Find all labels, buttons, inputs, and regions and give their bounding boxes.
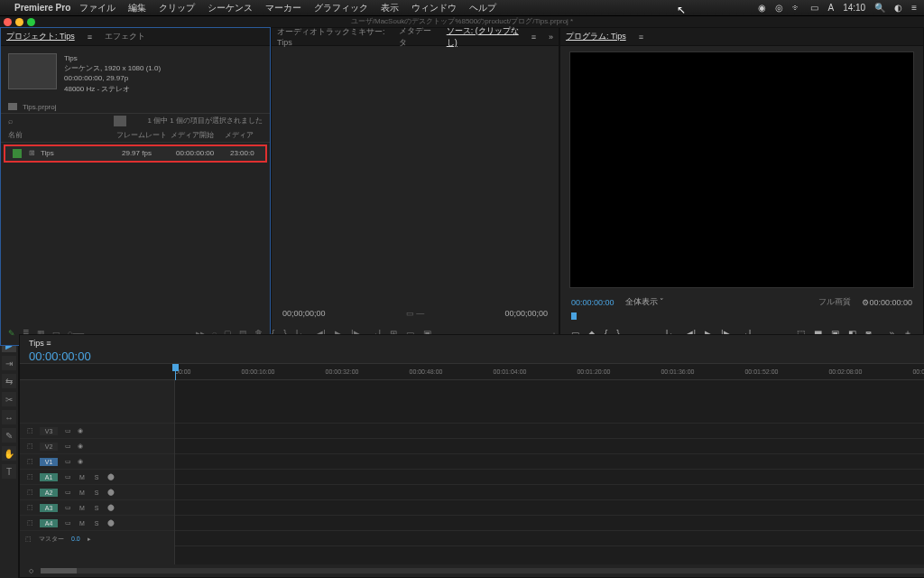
track-v3[interactable]: ⬚V3▭◉ xyxy=(20,424,174,439)
minimize-window[interactable] xyxy=(15,18,23,26)
eye-icon[interactable]: ▭ xyxy=(63,443,72,450)
track-a3[interactable]: ⬚A3▭MS⬤ xyxy=(20,500,174,516)
zoom-handle[interactable] xyxy=(41,568,77,573)
record-icon[interactable]: ⬤ xyxy=(106,489,116,496)
menu-clip[interactable]: クリップ xyxy=(159,2,195,14)
bin-item-tips[interactable]: ⊞ Tips 29.97 fps 00:00:00:00 23:00:0 xyxy=(4,144,267,163)
zoom-window[interactable] xyxy=(27,18,35,26)
list-view-icon[interactable] xyxy=(114,116,126,126)
lock-icon[interactable]: ⬚ xyxy=(25,473,34,480)
pen-tool[interactable]: ✎ xyxy=(2,428,16,443)
status-cloud-icon: ◎ xyxy=(775,3,783,13)
col-name[interactable]: 名前 xyxy=(8,130,116,140)
menu-view[interactable]: 表示 xyxy=(381,2,399,14)
overflow-icon[interactable]: » xyxy=(549,33,553,42)
chevron-right-icon[interactable]: ▸ xyxy=(88,536,91,543)
sequence-thumbnail xyxy=(8,53,57,89)
status-menu-icon[interactable]: ≡ xyxy=(911,3,917,13)
tools-panel: ▶ ⇥ ⇆ ✂ ↔ ✎ ✋ T xyxy=(0,334,19,578)
eye-icon[interactable]: ◉ xyxy=(78,458,83,465)
razor-tool[interactable]: ✂ xyxy=(2,392,16,406)
lock-icon[interactable]: ⬚ xyxy=(25,458,34,465)
search-input[interactable] xyxy=(18,117,108,125)
tab-project[interactable]: プロジェクト: Tips xyxy=(6,31,75,42)
eye-icon[interactable]: ▭ xyxy=(63,458,72,465)
app-name[interactable]: Premiere Pro xyxy=(14,3,70,13)
project-filename: Tips.prproj xyxy=(23,103,57,111)
timeline-ruler[interactable]: 00:00 00:00:16:00 00:00:32:00 00:00:48:0… xyxy=(20,364,924,380)
record-icon[interactable]: ⬤ xyxy=(106,504,116,511)
ripple-tool[interactable]: ⇆ xyxy=(2,374,16,388)
zoom-out-icon[interactable]: ○ xyxy=(29,566,33,575)
program-monitor[interactable] xyxy=(569,51,914,288)
menu-sequence[interactable]: シーケンス xyxy=(208,2,253,14)
status-search-icon[interactable]: 🔍 xyxy=(874,3,885,13)
track-select-tool[interactable]: ⇥ xyxy=(2,356,16,370)
eye-icon[interactable]: ◉ xyxy=(78,443,83,450)
program-scrubber[interactable] xyxy=(571,312,912,320)
panel-menu-icon[interactable]: ≡ xyxy=(639,33,643,42)
menu-graphics[interactable]: グラフィック xyxy=(314,2,368,14)
track-v1[interactable]: ⬚V1▭◉ xyxy=(20,454,174,470)
status-rec-icon: ◉ xyxy=(758,3,766,13)
lock-icon[interactable]: ⬚ xyxy=(25,427,34,434)
program-tc-duration[interactable]: 00:00:00:00 xyxy=(869,298,912,307)
col-media-start[interactable]: メディア開始 xyxy=(171,130,225,140)
record-icon[interactable]: ⬤ xyxy=(106,473,116,480)
track-a1[interactable]: ⬚A1▭MS⬤ xyxy=(20,470,174,485)
lock-icon[interactable]: ⬚ xyxy=(25,504,34,511)
record-icon[interactable]: ⬤ xyxy=(106,519,116,527)
eye-icon[interactable]: ▭ xyxy=(63,427,72,434)
close-window[interactable] xyxy=(4,18,12,26)
zoom-icon[interactable]: — xyxy=(416,309,424,318)
menu-marker[interactable]: マーカー xyxy=(265,2,301,14)
timeline-tab[interactable]: Tips xyxy=(29,339,44,348)
panel-menu-icon[interactable]: ≡ xyxy=(88,33,92,42)
playhead-icon[interactable] xyxy=(571,312,577,320)
type-tool[interactable]: T xyxy=(2,464,16,479)
quality-dropdown[interactable]: フル画質 xyxy=(818,296,851,308)
track-a2[interactable]: ⬚A2▭MS⬤ xyxy=(20,485,174,500)
settings-icon[interactable]: ⚙ xyxy=(862,298,869,307)
track-v2[interactable]: ⬚V2▭◉ xyxy=(20,439,174,454)
eye-icon[interactable]: ◉ xyxy=(78,427,83,434)
tab-source[interactable]: ソース: (クリップなし) xyxy=(447,25,519,49)
track-a4[interactable]: ⬚A4▭MS⬤ xyxy=(20,516,174,531)
lock-icon[interactable]: ⬚ xyxy=(25,443,34,450)
source-tc-out[interactable]: 00;00;00;00 xyxy=(504,309,548,318)
lock-icon[interactable]: ⬚ xyxy=(25,519,34,527)
hand-tool[interactable]: ✋ xyxy=(2,446,16,461)
panel-menu-icon[interactable]: ≡ xyxy=(531,33,536,42)
col-framerate[interactable]: フレームレート xyxy=(116,130,171,140)
slip-tool[interactable]: ↔ xyxy=(2,410,16,424)
tab-program[interactable]: プログラム: Tips xyxy=(566,31,626,42)
menu-file[interactable]: ファイル xyxy=(79,2,116,14)
track-master[interactable]: ⬚マスター0.0▸ xyxy=(20,531,174,546)
menu-help[interactable]: ヘルプ xyxy=(469,2,496,14)
status-siri-icon[interactable]: ◐ xyxy=(894,3,902,13)
tab-effects[interactable]: エフェクト xyxy=(105,31,145,42)
zoom-scrollbar[interactable] xyxy=(41,568,924,573)
item-media-start: 00:00:00:00 xyxy=(176,149,230,157)
status-battery-icon[interactable]: ▭ xyxy=(810,3,818,13)
lock-icon[interactable]: ⬚ xyxy=(25,489,34,496)
col-media-end[interactable]: メディア xyxy=(225,130,254,140)
menu-edit[interactable]: 編集 xyxy=(128,2,146,14)
source-tc-in[interactable]: 00;00;00;00 xyxy=(282,309,326,318)
status-wifi-icon[interactable]: ᯤ xyxy=(792,3,801,13)
program-tc-current[interactable]: 00:00:00:00 xyxy=(571,298,614,307)
write-icon[interactable]: ✎ xyxy=(8,329,15,338)
status-ime-icon[interactable]: A xyxy=(827,3,834,13)
zoom-fit-dropdown[interactable]: 全体表示 ˅ xyxy=(625,296,665,308)
timeline-panel: Tips ≡ 00:00:00:00 ⊓ ⌒ ◆ ⚙ 00:00 00:00:1… xyxy=(19,334,924,578)
timeline-timecode[interactable]: 00:00:00:00 xyxy=(29,350,924,363)
track-content[interactable] xyxy=(175,380,924,564)
lock-icon[interactable]: ⬚ xyxy=(25,536,32,543)
fit-icon[interactable]: ▭ xyxy=(406,309,414,318)
tab-metadata[interactable]: メタデータ xyxy=(399,25,434,49)
status-time[interactable]: 14:10 xyxy=(843,3,865,13)
menu-window[interactable]: ウィンドウ xyxy=(411,2,457,14)
column-headers[interactable]: 名前 フレームレート メディア開始 メディア xyxy=(1,128,270,143)
item-media-end: 23:00:0 xyxy=(230,149,254,157)
tab-audio-mixer[interactable]: オーディオトラックミキサー: Tips xyxy=(277,26,386,47)
